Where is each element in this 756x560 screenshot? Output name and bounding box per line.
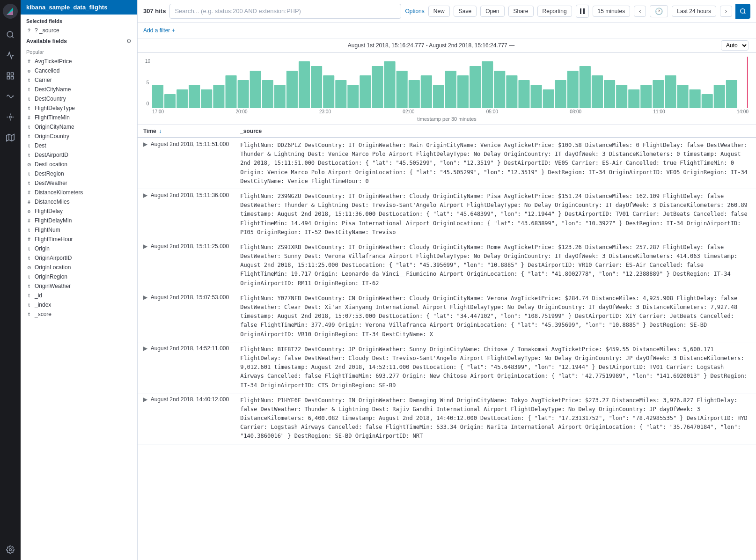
sidebar-field-originlocation[interactable]: ⊙OriginLocation [21,263,137,272]
options-link[interactable]: Options [405,8,424,15]
expand-btn[interactable]: ▶ [143,345,149,352]
sidebar-field-origin[interactable]: tOrigin [21,244,137,253]
field-type: t [26,228,32,233]
sidebar-field-dest[interactable]: tDest [21,141,137,150]
field-type: t [26,87,32,92]
sidebar-field-flighttimemin[interactable]: #FlightTimeMin [21,113,137,122]
svg-rect-6 [11,77,14,79]
sidebar-field-originairportid[interactable]: tOriginAirportID [21,253,137,263]
field-type: t [26,284,32,289]
sidebar-field-distancemiles[interactable]: #DistanceMiles [21,197,137,206]
row-source: FlightNum: P1HYE6E DestCountry: IN Origi… [235,393,756,444]
col-time[interactable]: Time ↓ [138,125,235,138]
kibana-logo[interactable] [3,4,18,19]
svg-rect-34 [396,71,408,108]
sidebar-field-cancelled[interactable]: oCancelled [21,66,137,75]
x-label: 02:00 [403,109,414,114]
available-fields-title: Available fields [26,38,67,44]
svg-point-1 [7,31,13,37]
nav-visualize[interactable] [1,46,20,65]
table-body: ▶ August 2nd 2018, 15:11:51.000 FlightNu… [138,138,756,444]
share-button[interactable]: Share [508,6,534,17]
open-button[interactable]: Open [480,6,504,17]
row-source: FlightNum: DDZ6PLZ DestCountry: IT Origi… [235,138,756,189]
sidebar-field-flighttimehour[interactable]: #FlightTimeHour [21,235,137,244]
sidebar-field-_score[interactable]: t_score [21,309,137,319]
save-button[interactable]: Save [454,6,477,17]
date-range-text: August 1st 2018, 15:16:24.777 - August 2… [145,42,717,49]
pause-controls[interactable] [576,5,589,18]
field-type: # [26,237,32,242]
expand-btn[interactable]: ▶ [143,243,149,250]
sidebar-field-destcountry[interactable]: tDestCountry [21,94,137,103]
sidebar-field-_id[interactable]: t_id [21,291,137,300]
svg-rect-32 [372,66,383,108]
field-type: t [26,256,32,261]
field-type: t [26,302,32,308]
clock-icon-btn[interactable]: 🕐 [650,5,668,17]
field-name: FlightDelay [35,208,132,214]
interval-select[interactable]: Auto [721,40,749,51]
sidebar-field-flightdelaymin[interactable]: #FlightDelayMin [21,216,137,225]
nav-discover[interactable] [1,25,20,44]
sidebar-field-destregion[interactable]: tDestRegion [21,169,137,178]
sidebar-field-_index[interactable]: t_index [21,300,137,309]
expand-btn[interactable]: ▶ [143,294,149,301]
field-type: t [26,125,32,130]
expand-btn[interactable]: ▶ [143,192,149,199]
field-name: OriginAirportID [35,255,132,261]
sidebar-field-destlocation[interactable]: ⊙DestLocation [21,160,137,169]
svg-rect-59 [702,94,713,108]
sidebar-field-destairportid[interactable]: tDestAirportID [21,150,137,160]
icon-bar [0,0,21,560]
fields-settings-icon[interactable]: ⚙ [126,38,132,44]
search-submit-btn[interactable] [735,4,750,19]
index-pattern-name[interactable]: kibana_sample_data_flights [21,0,137,15]
sidebar-field-origincityname[interactable]: tOriginCityName [21,122,137,132]
prev-time-btn[interactable]: ‹ [634,6,646,17]
sidebar-field-carrier[interactable]: tCarrier [21,75,137,85]
sidebar-field-origincountry[interactable]: tOriginCountry [21,132,137,141]
time-interval-button[interactable]: 15 minutes [593,6,631,17]
reporting-button[interactable]: Reporting [537,6,572,17]
x-label: 20:00 [236,109,248,114]
field-name: OriginCountry [35,133,132,140]
field-name: DestAirportID [35,152,132,158]
add-filter-btn[interactable]: Add a filter + [143,27,175,34]
sidebar-field-destweather[interactable]: tDestWeather [21,178,137,188]
svg-rect-56 [665,75,676,108]
svg-rect-20 [226,75,237,108]
x-label: 14:00 [737,109,749,114]
sidebar-field-flightnum[interactable]: tFlightNum [21,225,137,235]
nav-timelion[interactable] [1,87,20,106]
time-range-button[interactable]: Last 24 hours [672,6,716,17]
sidebar-field-distancekilometers[interactable]: #DistanceKilometers [21,188,137,197]
svg-rect-31 [360,75,371,108]
svg-rect-46 [543,89,554,108]
nav-settings[interactable] [1,540,20,559]
field-name: _id [35,292,132,299]
nav-maps[interactable] [1,128,20,147]
results-area[interactable]: Time ↓ _source ▶ August 2nd 2018, 15:11:… [138,125,756,560]
nav-dashboard[interactable] [1,66,20,85]
sidebar-field-flightdelay[interactable]: oFlightDelay [21,206,137,216]
sidebar-field-flightdelaytype[interactable]: tFlightDelayType [21,103,137,113]
sidebar-field-originweather[interactable]: tOriginWeather [21,281,137,291]
row-time: ▶ August 2nd 2018, 15:11:25.000 [138,240,235,291]
new-button[interactable]: New [428,6,450,17]
sidebar-field-destcityname[interactable]: tDestCityName [21,85,137,94]
expand-btn[interactable]: ▶ [143,396,149,403]
field-type: # [26,218,32,223]
field-type: t [26,171,32,177]
expand-btn[interactable]: ▶ [143,141,149,147]
next-time-btn[interactable]: › [720,6,732,17]
nav-ml[interactable] [1,108,20,126]
x-label: 11:00 [653,109,665,114]
search-input[interactable] [175,7,396,15]
sidebar-field-originregion[interactable]: tOriginRegion [21,272,137,281]
field-name: Cancelled [35,67,132,74]
sidebar-field-avgticketprice[interactable]: #AvgTicketPrice [21,57,137,66]
selected-field-source[interactable]: ? ? _source [21,26,137,35]
field-type: t [26,96,32,102]
field-name: DestCityName [35,86,132,93]
